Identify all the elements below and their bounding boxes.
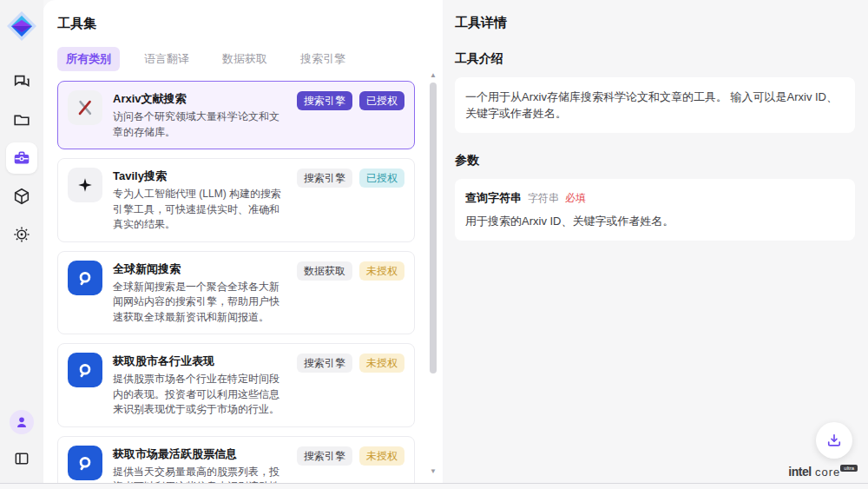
tool-card-body: Arxiv文献搜索 访问各个研究领域大量科学论文和文章的存储库。	[113, 90, 286, 140]
chat-icon	[12, 72, 31, 91]
folder-icon	[12, 110, 31, 129]
app-logo	[4, 9, 39, 43]
tab-data-acquisition[interactable]: 数据获取	[214, 47, 276, 71]
tool-description: 提供当天交易量最高的股票列表，投资者可以利用这些信息来识别流动性强的股票和潜在的…	[113, 465, 286, 484]
sidebar-item-files[interactable]	[6, 104, 37, 135]
sidebar-item-chat[interactable]	[6, 66, 37, 97]
tool-badges: 搜索引擎 已授权	[297, 90, 404, 140]
intel-core-logo: intel core ultra	[788, 464, 858, 479]
auth-status-badge: 未授权	[359, 446, 404, 466]
tool-title: Tavily搜索	[113, 168, 286, 184]
user-avatar[interactable]	[10, 410, 34, 434]
tool-description: 全球新闻搜索是一个聚合全球各大新闻网站内容的搜索引擎，帮助用户快速获取全球最新资…	[113, 280, 286, 326]
toolset-title: 工具集	[57, 16, 420, 32]
blue-search-logo-icon	[68, 446, 102, 480]
tab-search-engine[interactable]: 搜索引擎	[292, 47, 354, 71]
tool-card-sector-performance[interactable]: 获取股市各行业表现 提供股票市场各个行业在特定时间段内的表现。投资者可以利用这些…	[57, 343, 415, 427]
tool-list: Arxiv文献搜索 访问各个研究领域大量科学论文和文章的存储库。 搜索引擎 已授…	[57, 81, 415, 483]
tool-badges: 搜索引擎 未授权	[297, 353, 404, 418]
param-name: 查询字符串	[465, 190, 522, 206]
download-button[interactable]	[816, 422, 852, 459]
intel-wordmark: intel	[788, 465, 811, 479]
download-icon	[825, 432, 843, 449]
tavily-star-logo-icon	[68, 168, 102, 202]
panel-layout-icon	[13, 450, 30, 467]
tab-language-translation[interactable]: 语言翻译	[135, 47, 198, 71]
auth-status-badge: 已授权	[359, 91, 404, 110]
category-badge: 搜索引擎	[297, 354, 352, 373]
cube-icon	[12, 187, 31, 206]
tool-card-active-stocks[interactable]: 获取市场最活跃股票信息 提供当天交易量最高的股票列表，投资者可以利用这些信息来识…	[57, 436, 415, 484]
auth-status-badge: 已授权	[359, 169, 404, 188]
user-avatar-icon	[15, 415, 29, 429]
intro-text: 一个用于从Arxiv存储库搜索科学论文和文章的工具。 输入可以是Arxiv ID…	[465, 89, 845, 122]
gem-diamond-logo-icon	[4, 9, 39, 43]
list-scrollbar[interactable]: ▲ ▼	[428, 71, 438, 476]
tool-badges: 搜索引擎 未授权	[297, 446, 404, 484]
tool-title: 获取市场最活跃股票信息	[113, 446, 286, 462]
category-badge: 搜索引擎	[297, 169, 352, 188]
param-type: 字符串	[528, 191, 559, 206]
tool-card-body: 获取股市各行业表现 提供股票市场各个行业在特定时间段内的表现。投资者可以利用这些…	[113, 353, 286, 418]
tool-card-body: 获取市场最活跃股票信息 提供当天交易量最高的股票列表，投资者可以利用这些信息来识…	[113, 446, 286, 484]
tool-card-tavily[interactable]: Tavily搜索 专为人工智能代理 (LLM) 构建的搜索引擎工具，可快速提供实…	[57, 158, 415, 242]
gear-icon	[12, 225, 31, 244]
auth-status-badge: 未授权	[359, 261, 404, 281]
toolbox-icon	[12, 149, 31, 168]
tool-description: 提供股票市场各个行业在特定时间段内的表现。投资者可以利用这些信息来识别表现优于或…	[113, 372, 286, 418]
tool-card-global-news[interactable]: 全球新闻搜索 全球新闻搜索是一个聚合全球各大新闻网站内容的搜索引擎，帮助用户快速…	[57, 251, 415, 335]
category-badge: 数据获取	[297, 261, 352, 281]
tool-card-body: 全球新闻搜索 全球新闻搜索是一个聚合全球各大新闻网站内容的搜索引擎，帮助用户快速…	[113, 261, 286, 326]
blue-search-logo-icon	[68, 353, 102, 387]
scrollbar-thumb[interactable]	[430, 83, 437, 373]
ultra-badge: ultra	[840, 465, 858, 472]
tool-description: 专为人工智能代理 (LLM) 构建的搜索引擎工具，可快速提供实时、准确和真实的结…	[113, 187, 286, 233]
sidebar-rail	[0, 0, 43, 483]
core-wordmark: core	[815, 466, 840, 479]
params-heading: 参数	[455, 153, 855, 169]
tool-badges: 搜索引擎 已授权	[297, 168, 404, 233]
category-badge: 搜索引擎	[297, 91, 352, 110]
param-card: 查询字符串 字符串 必填 用于搜索的Arxiv ID、关键字或作者姓名。	[455, 179, 855, 241]
sidebar-item-tools[interactable]	[6, 142, 37, 174]
detail-title: 工具详情	[455, 15, 855, 31]
tool-description: 访问各个研究领域大量科学论文和文章的存储库。	[113, 109, 286, 140]
blue-search-logo-icon	[68, 261, 102, 295]
toolset-panel: 工具集 所有类别 语言翻译 数据获取 搜索引擎 Arxiv文献搜索 访问各个研究…	[43, 0, 443, 483]
tab-all-categories[interactable]: 所有类别	[57, 47, 120, 71]
collapse-sidebar-button[interactable]	[6, 443, 37, 474]
sidebar-item-settings[interactable]	[6, 219, 37, 250]
param-required-flag: 必填	[565, 191, 586, 206]
intro-card: 一个用于从Arxiv存储库搜索科学论文和文章的工具。 输入可以是Arxiv ID…	[455, 77, 855, 133]
tool-title: Arxiv文献搜索	[113, 90, 286, 107]
arxiv-logo-icon	[68, 90, 102, 125]
tool-title: 全球新闻搜索	[113, 261, 286, 277]
category-badge: 搜索引擎	[297, 446, 352, 466]
category-tabs: 所有类别 语言翻译 数据获取 搜索引擎	[57, 47, 420, 71]
scroll-down-arrow[interactable]: ▼	[428, 467, 438, 476]
param-head: 查询字符串 字符串 必填	[465, 190, 845, 206]
tool-badges: 数据获取 未授权	[297, 261, 404, 326]
intro-heading: 工具介绍	[455, 51, 855, 67]
tool-card-arxiv[interactable]: Arxiv文献搜索 访问各个研究领域大量科学论文和文章的存储库。 搜索引擎 已授…	[57, 81, 415, 149]
tool-card-body: Tavily搜索 专为人工智能代理 (LLM) 构建的搜索引擎工具，可快速提供实…	[113, 168, 286, 233]
auth-status-badge: 未授权	[359, 354, 404, 373]
tool-title: 获取股市各行业表现	[113, 353, 286, 369]
app-window: 工具集 所有类别 语言翻译 数据获取 搜索引擎 Arxiv文献搜索 访问各个研究…	[0, 0, 868, 484]
param-description: 用于搜索的Arxiv ID、关键字或作者姓名。	[465, 214, 845, 229]
scroll-up-arrow[interactable]: ▲	[428, 71, 438, 80]
sidebar-item-packages[interactable]	[6, 181, 37, 212]
tool-detail-panel: 工具详情 工具介绍 一个用于从Arxiv存储库搜索科学论文和文章的工具。 输入可…	[443, 0, 868, 483]
